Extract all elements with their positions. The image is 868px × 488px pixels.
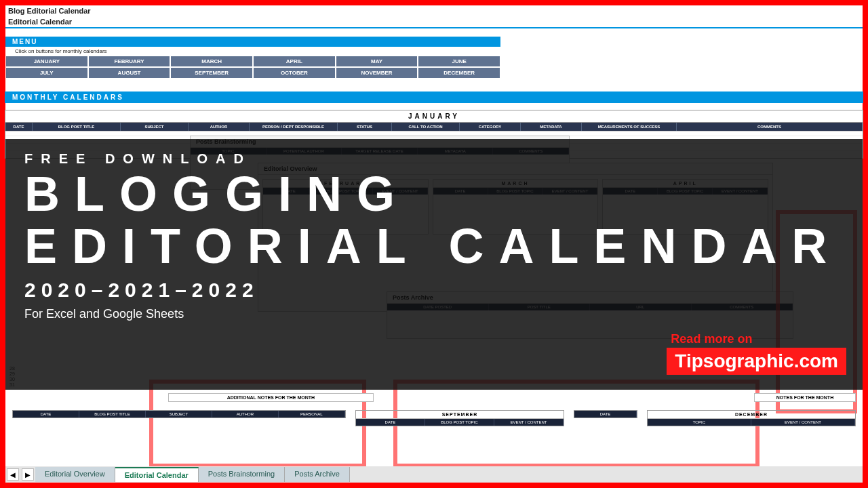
month-button-june[interactable]: JUNE: [418, 56, 500, 67]
menu-note: Click on buttons for monthly calendars: [5, 47, 863, 56]
month-button-january[interactable]: JANUARY: [5, 56, 88, 67]
sheet-tab-posts-brainstorming[interactable]: Posts Brainstorming: [199, 467, 285, 482]
footer-block: DATE: [574, 410, 637, 418]
column-header: SUBJECT: [146, 411, 212, 418]
sheet-tab-editorial-calendar[interactable]: Editorial Calendar: [115, 467, 199, 482]
footer-month-title: DECEMBER: [648, 411, 855, 419]
column-header: EVENT / CONTENT: [494, 419, 564, 426]
january-columns: DATEBLOG POST TITLESUBJECTAUTHORPERSON /…: [5, 123, 863, 131]
sheet-tabs: ◀ ▶ Editorial OverviewEditorial Calendar…: [5, 466, 863, 483]
column-header: BLOG POST TOPIC: [425, 419, 494, 426]
column-header: PERSONAL: [279, 411, 345, 418]
sheet-tab-editorial-overview[interactable]: Editorial Overview: [35, 467, 115, 482]
brand-box: Read more on Tipsographic.com: [667, 332, 846, 375]
monthly-calendars-heading: MONTHLY CALENDARS: [5, 92, 863, 102]
column-header: SUBJECT: [121, 123, 189, 131]
tab-strip: Editorial OverviewEditorial CalendarPost…: [35, 467, 350, 482]
column-header: TOPIC: [648, 419, 751, 426]
notes-label: ADDITIONAL NOTES FOR THE MONTH: [168, 393, 374, 402]
overlay-title-2: EDITORIAL CALENDAR: [24, 222, 844, 271]
overlay-kicker: FREE DOWNLOAD: [24, 151, 844, 167]
column-header: MEASUREMENTS OF SUCCESS: [582, 123, 677, 131]
footer-month-title: SEPTEMBER: [356, 411, 564, 419]
month-button-february[interactable]: FEBRUARY: [88, 56, 171, 67]
footer-month-blocks: DATEBLOG POST TITLESUBJECTAUTHORPERSONAL…: [12, 410, 856, 426]
month-button-october[interactable]: OCTOBER: [253, 67, 336, 79]
notes-label-right: NOTES FOR THE MONTH: [754, 393, 856, 402]
promo-overlay: FREE DOWNLOAD BLOGGING EDITORIAL CALENDA…: [5, 139, 863, 390]
menu-section: MENU Click on buttons for monthly calend…: [5, 37, 863, 79]
column-header: PERSON / DEPT RESPONSIBLE: [250, 123, 338, 131]
month-button-september[interactable]: SEPTEMBER: [170, 67, 253, 79]
month-button-december[interactable]: DECEMBER: [418, 67, 500, 79]
column-header: AUTHOR: [189, 123, 250, 131]
overlay-years: 2020–2021–2022: [24, 279, 844, 302]
column-header: AUTHOR: [212, 411, 279, 418]
column-header: STATUS: [338, 123, 392, 131]
tab-prev-icon[interactable]: ◀: [7, 468, 19, 481]
footer-block: DATEBLOG POST TITLESUBJECTAUTHORPERSONAL: [12, 410, 346, 418]
column-header: CALL TO ACTION: [392, 123, 460, 131]
column-header: BLOG POST TITLE: [79, 411, 146, 418]
doc-subtitle: Editorial Calendar: [5, 16, 863, 28]
menu-heading: MENU: [5, 37, 500, 47]
month-button-august[interactable]: AUGUST: [88, 67, 171, 79]
sheet-tab-posts-archive[interactable]: Posts Archive: [285, 467, 350, 482]
doc-title: Blog Editorial Calendar: [5, 5, 863, 16]
month-button-july[interactable]: JULY: [5, 67, 88, 79]
column-header: DATE: [356, 419, 425, 426]
january-title: JANUARY: [5, 110, 863, 123]
overlay-title-1: BLOGGING: [24, 169, 844, 219]
column-header: DATE: [13, 411, 79, 418]
month-button-march[interactable]: MARCH: [170, 56, 253, 67]
brand-lead: Read more on: [667, 332, 846, 346]
column-header: EVENT / CONTENT: [751, 419, 855, 426]
column-header: CATEGORY: [460, 123, 521, 131]
bottom-area: 28293031 ADDITIONAL NOTES FOR THE MONTH …: [12, 393, 856, 426]
column-header: COMMENTS: [677, 123, 863, 131]
column-header: DATE: [574, 411, 637, 418]
overlay-subtitle: For Excel and Google Sheets: [24, 307, 844, 321]
footer-block: SEPTEMBERDATEBLOG POST TOPICEVENT / CONT…: [355, 410, 564, 426]
column-header: METADATA: [521, 123, 582, 131]
tab-next-icon[interactable]: ▶: [22, 468, 34, 481]
column-header: DATE: [5, 123, 33, 131]
month-row-2: JULYAUGUSTSEPTEMBEROCTOBERNOVEMBERDECEMB…: [5, 67, 500, 79]
month-button-april[interactable]: APRIL: [253, 56, 336, 67]
month-button-may[interactable]: MAY: [336, 56, 418, 67]
month-row-1: JANUARYFEBRUARYMARCHAPRILMAYJUNE: [5, 56, 500, 67]
footer-block: DECEMBERTOPICEVENT / CONTENT: [647, 410, 856, 426]
month-button-november[interactable]: NOVEMBER: [336, 67, 418, 79]
brand-name: Tipsographic.com: [667, 348, 846, 375]
column-header: BLOG POST TITLE: [33, 123, 121, 131]
